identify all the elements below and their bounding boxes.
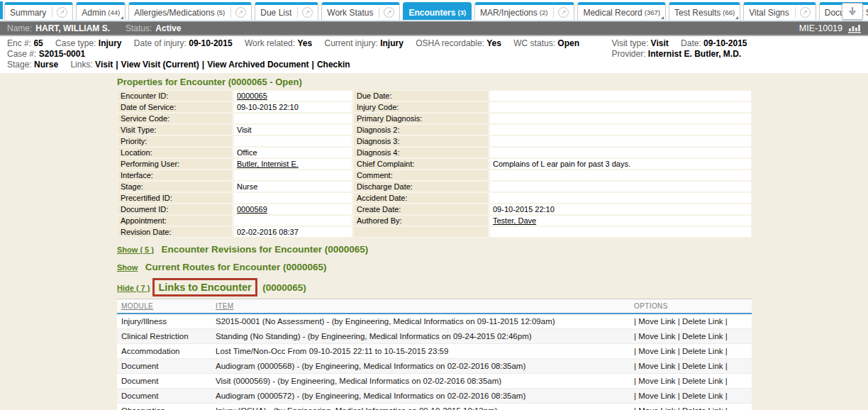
prop-label: Diagnosis 2: bbox=[354, 125, 488, 135]
popout-icon[interactable]: ↗ bbox=[800, 7, 811, 18]
link-visit[interactable]: Visit bbox=[95, 60, 113, 70]
table-row: Clinical Restriction Standing (No Standi… bbox=[117, 329, 752, 344]
delete-link[interactable]: Delete Link bbox=[682, 392, 723, 400]
stage-label: Stage: bbox=[7, 60, 32, 70]
links-to-encounter-table: MODULE ITEM OPTIONS Injury/Illness S2015… bbox=[117, 299, 752, 410]
field-value: Yes bbox=[297, 38, 312, 48]
move-link[interactable]: Move Link bbox=[638, 317, 675, 326]
tab-label: Summary bbox=[10, 8, 46, 18]
options-cell: | Move Link | Delete Link | bbox=[630, 404, 752, 410]
move-link[interactable]: Move Link bbox=[638, 332, 675, 340]
revisions-title: Encounter Revisions for Encounter (00000… bbox=[161, 244, 368, 255]
prop-value bbox=[490, 102, 751, 112]
prop-label: Location: bbox=[118, 148, 232, 157]
delete-link[interactable]: Delete Link bbox=[682, 332, 723, 340]
delete-link[interactable]: Delete Link bbox=[682, 362, 723, 370]
delete-link[interactable]: Delete Link bbox=[682, 377, 723, 385]
tab-count: (367) bbox=[645, 9, 660, 16]
prop-value: Office bbox=[234, 148, 352, 157]
prop-value bbox=[234, 170, 352, 180]
link-view-visit-current[interactable]: View Visit (Current) bbox=[121, 60, 199, 70]
module-cell: Accommodation bbox=[117, 344, 211, 359]
tab-count: (3) bbox=[457, 9, 466, 16]
popout-icon[interactable]: ↗ bbox=[235, 7, 246, 18]
tab-encounters[interactable]: Encounters (3) bbox=[403, 2, 472, 20]
chart-icon[interactable] bbox=[848, 23, 861, 33]
tab-count: (2) bbox=[540, 9, 548, 16]
popout-icon[interactable]: ↗ bbox=[558, 7, 569, 18]
show-routes-toggle[interactable]: Show bbox=[117, 263, 138, 272]
prop-value bbox=[490, 193, 751, 203]
patient-bar: Name: HART, WILLIAM S. Status: Active MI… bbox=[0, 21, 868, 36]
prop-label: Performing User: bbox=[118, 159, 232, 169]
down-arrow-icon bbox=[847, 6, 857, 16]
link-checkin[interactable]: Checkin bbox=[317, 60, 350, 70]
tab-test-results[interactable]: Test Results (66) bbox=[669, 2, 740, 20]
tab-count: (66) bbox=[723, 9, 735, 16]
tab-mar-injections[interactable]: MAR/Injections (2) ↗ bbox=[474, 2, 574, 20]
prop-label: Chief Complaint: bbox=[354, 159, 488, 169]
tab-divider bbox=[795, 7, 796, 18]
prop-value bbox=[490, 125, 751, 135]
tab-summary[interactable]: Summary ↗ bbox=[4, 2, 73, 20]
prop-label: Authored By: bbox=[354, 216, 488, 226]
move-link[interactable]: Move Link bbox=[638, 347, 675, 355]
download-button[interactable] bbox=[842, 3, 863, 20]
prop-label: Priority: bbox=[118, 136, 232, 146]
tab-label: MAR/Injections bbox=[480, 8, 538, 18]
prop-label: Diagnosis 3: bbox=[354, 136, 488, 146]
tab-due-list[interactable]: Due List ↗ bbox=[255, 2, 318, 20]
tab-allergies-medications[interactable]: Allergies/Medications (5) ↗ bbox=[128, 2, 252, 20]
hide-links-toggle[interactable]: Hide ( 7 ) bbox=[117, 284, 150, 292]
module-cell: Document bbox=[117, 374, 211, 389]
field-label: Current injury: bbox=[324, 38, 377, 48]
prop-value bbox=[490, 113, 751, 123]
prop-value-authored-by-link[interactable]: Tester, Dave bbox=[490, 216, 751, 226]
tab-divider bbox=[553, 7, 554, 18]
table-row: Accommodation Lost Time/Non-Occ From 09-… bbox=[117, 344, 752, 359]
tab-work-status[interactable]: Work Status ↗ bbox=[321, 2, 400, 20]
prop-value bbox=[234, 136, 352, 146]
prop-value-encounter-id-link[interactable]: 0000065 bbox=[234, 91, 352, 101]
prop-value-performing-user-link[interactable]: Butler, Internist E. bbox=[234, 159, 352, 169]
item-cell: Visit (0000569) - (by Engineering, Medic… bbox=[211, 374, 630, 389]
table-row: Observation Injury (OSHA) - (by Engineer… bbox=[117, 404, 752, 410]
item-column-header[interactable]: ITEM bbox=[216, 302, 234, 310]
move-link[interactable]: Move Link bbox=[638, 406, 675, 410]
encounter-content: Properties for Encounter (0000065 - Open… bbox=[0, 73, 868, 410]
delete-link[interactable]: Delete Link bbox=[682, 347, 723, 355]
popout-icon[interactable]: ↗ bbox=[302, 7, 313, 18]
prop-value bbox=[490, 170, 751, 180]
stage-value: Nurse bbox=[34, 60, 58, 70]
field-value: 65 bbox=[33, 38, 43, 48]
tab-vital-signs[interactable]: Vital Signs ↗ bbox=[743, 2, 816, 20]
options-cell: | Move Link | Delete Link | bbox=[630, 344, 752, 359]
prop-value: Visit bbox=[234, 125, 352, 135]
show-revisions-toggle[interactable]: Show ( 5 ) bbox=[117, 245, 154, 254]
popout-icon[interactable]: ↗ bbox=[57, 7, 67, 18]
prop-value: 09-10-2015 22:10 bbox=[234, 102, 352, 112]
prop-label: Revision Date: bbox=[118, 227, 232, 237]
tab-admin[interactable]: Admin (44) bbox=[76, 2, 126, 20]
prop-label: Discharge Date: bbox=[354, 182, 488, 192]
patient-id: MIE-10019 bbox=[799, 23, 842, 33]
prop-value bbox=[490, 148, 751, 157]
popout-icon[interactable]: ↗ bbox=[384, 7, 394, 18]
move-link[interactable]: Move Link bbox=[638, 377, 675, 385]
move-link[interactable]: Move Link bbox=[638, 392, 675, 400]
delete-link[interactable]: Delete Link bbox=[682, 317, 723, 326]
prop-value-document-id-link[interactable]: 0000569 bbox=[234, 204, 352, 214]
move-link[interactable]: Move Link bbox=[638, 362, 675, 370]
field-label: Enc #: bbox=[7, 38, 31, 48]
tab-medical-record[interactable]: Medical Record (367) bbox=[577, 2, 666, 20]
routes-title: Current Routes for Encounter (0000065) bbox=[145, 262, 327, 272]
link-view-archived-document[interactable]: View Archived Document bbox=[207, 60, 308, 70]
field-label: Work related: bbox=[245, 38, 295, 48]
module-column-header[interactable]: MODULE bbox=[121, 302, 153, 310]
name-label: Name: bbox=[7, 23, 32, 33]
delete-link[interactable]: Delete Link bbox=[682, 406, 723, 410]
prop-value bbox=[490, 91, 751, 101]
prop-label: Due Date: bbox=[354, 91, 488, 101]
prop-label: Stage: bbox=[118, 182, 232, 192]
field-label: WC status: bbox=[513, 38, 555, 48]
